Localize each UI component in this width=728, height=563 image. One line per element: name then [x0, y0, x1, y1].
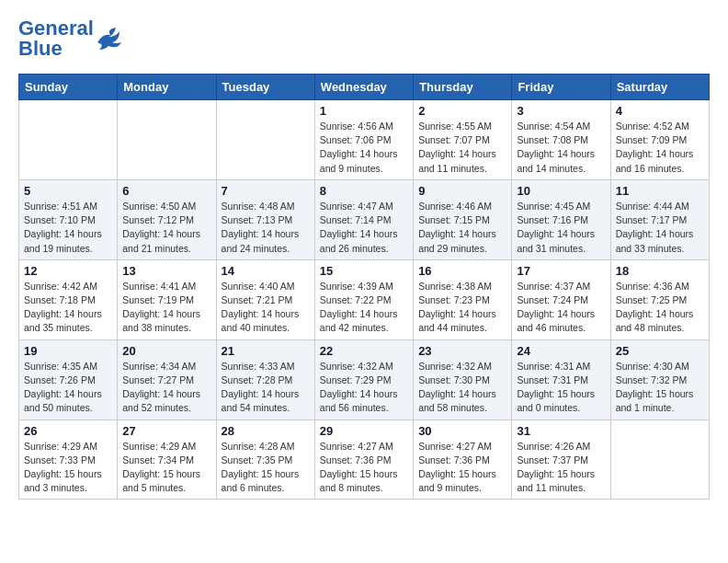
day-info: Sunrise: 4:37 AM Sunset: 7:24 PM Dayligh… — [517, 280, 605, 336]
calendar-cell: 8Sunrise: 4:47 AM Sunset: 7:14 PM Daylig… — [314, 179, 413, 259]
day-number: 31 — [517, 424, 605, 438]
day-number: 7 — [222, 184, 310, 198]
day-number: 21 — [222, 344, 310, 358]
calendar-cell: 19Sunrise: 4:35 AM Sunset: 7:26 PM Dayli… — [19, 339, 118, 419]
day-info: Sunrise: 4:36 AM Sunset: 7:25 PM Dayligh… — [616, 280, 704, 336]
day-number: 11 — [616, 184, 704, 198]
calendar-cell — [610, 419, 709, 500]
day-number: 14 — [222, 264, 310, 278]
calendar-cell — [19, 100, 118, 180]
day-info: Sunrise: 4:27 AM Sunset: 7:36 PM Dayligh… — [418, 440, 506, 496]
calendar-cell: 24Sunrise: 4:31 AM Sunset: 7:31 PM Dayli… — [512, 339, 610, 419]
day-info: Sunrise: 4:47 AM Sunset: 7:14 PM Dayligh… — [320, 200, 408, 256]
calendar-cell: 2Sunrise: 4:55 AM Sunset: 7:07 PM Daylig… — [414, 100, 512, 180]
calendar-week-row: 5Sunrise: 4:51 AM Sunset: 7:10 PM Daylig… — [19, 179, 710, 259]
calendar-day-header: Tuesday — [216, 75, 314, 100]
calendar-cell: 14Sunrise: 4:40 AM Sunset: 7:21 PM Dayli… — [216, 259, 314, 339]
day-number: 30 — [418, 424, 506, 438]
calendar-cell: 23Sunrise: 4:32 AM Sunset: 7:30 PM Dayli… — [414, 339, 512, 419]
calendar-week-row: 12Sunrise: 4:42 AM Sunset: 7:18 PM Dayli… — [19, 259, 710, 339]
day-info: Sunrise: 4:26 AM Sunset: 7:37 PM Dayligh… — [517, 440, 605, 496]
page-header: General Blue — [18, 18, 710, 59]
day-number: 16 — [418, 264, 506, 278]
calendar-cell: 28Sunrise: 4:28 AM Sunset: 7:35 PM Dayli… — [216, 419, 314, 500]
calendar-cell — [216, 100, 314, 180]
calendar-day-header: Friday — [512, 75, 610, 100]
day-info: Sunrise: 4:44 AM Sunset: 7:17 PM Dayligh… — [616, 200, 704, 256]
day-number: 5 — [24, 184, 112, 198]
day-info: Sunrise: 4:32 AM Sunset: 7:29 PM Dayligh… — [320, 360, 408, 416]
day-number: 18 — [616, 264, 704, 278]
day-info: Sunrise: 4:51 AM Sunset: 7:10 PM Dayligh… — [24, 200, 112, 256]
calendar-cell: 30Sunrise: 4:27 AM Sunset: 7:36 PM Dayli… — [414, 419, 512, 500]
day-number: 24 — [517, 344, 605, 358]
day-number: 10 — [517, 184, 605, 198]
day-number: 28 — [222, 424, 310, 438]
logo: General Blue — [18, 18, 123, 59]
day-info: Sunrise: 4:35 AM Sunset: 7:26 PM Dayligh… — [24, 360, 112, 416]
calendar-cell: 16Sunrise: 4:38 AM Sunset: 7:23 PM Dayli… — [414, 259, 512, 339]
calendar-cell: 11Sunrise: 4:44 AM Sunset: 7:17 PM Dayli… — [610, 179, 709, 259]
day-number: 13 — [122, 264, 210, 278]
day-number: 6 — [122, 184, 210, 198]
day-info: Sunrise: 4:45 AM Sunset: 7:16 PM Dayligh… — [517, 200, 605, 256]
day-number: 4 — [616, 104, 704, 118]
day-info: Sunrise: 4:52 AM Sunset: 7:09 PM Dayligh… — [616, 120, 704, 176]
day-info: Sunrise: 4:31 AM Sunset: 7:31 PM Dayligh… — [517, 360, 605, 416]
day-info: Sunrise: 4:40 AM Sunset: 7:21 PM Dayligh… — [222, 280, 310, 336]
day-info: Sunrise: 4:42 AM Sunset: 7:18 PM Dayligh… — [24, 280, 112, 336]
day-number: 29 — [320, 424, 408, 438]
calendar-cell: 20Sunrise: 4:34 AM Sunset: 7:27 PM Dayli… — [118, 339, 216, 419]
day-number: 15 — [320, 264, 408, 278]
day-number: 17 — [517, 264, 605, 278]
day-number: 26 — [24, 424, 112, 438]
day-info: Sunrise: 4:28 AM Sunset: 7:35 PM Dayligh… — [222, 440, 310, 496]
calendar-cell: 13Sunrise: 4:41 AM Sunset: 7:19 PM Dayli… — [118, 259, 216, 339]
day-number: 20 — [122, 344, 210, 358]
calendar-cell: 9Sunrise: 4:46 AM Sunset: 7:15 PM Daylig… — [414, 179, 512, 259]
day-number: 9 — [418, 184, 506, 198]
calendar-week-row: 19Sunrise: 4:35 AM Sunset: 7:26 PM Dayli… — [19, 339, 710, 419]
calendar-cell: 29Sunrise: 4:27 AM Sunset: 7:36 PM Dayli… — [314, 419, 413, 500]
logo-text: General Blue — [18, 18, 94, 59]
day-number: 19 — [24, 344, 112, 358]
calendar-cell: 27Sunrise: 4:29 AM Sunset: 7:34 PM Dayli… — [118, 419, 216, 500]
day-info: Sunrise: 4:54 AM Sunset: 7:08 PM Dayligh… — [517, 120, 605, 176]
day-info: Sunrise: 4:30 AM Sunset: 7:32 PM Dayligh… — [616, 360, 704, 416]
day-info: Sunrise: 4:32 AM Sunset: 7:30 PM Dayligh… — [418, 360, 506, 416]
calendar-week-row: 26Sunrise: 4:29 AM Sunset: 7:33 PM Dayli… — [19, 419, 710, 500]
calendar-cell: 4Sunrise: 4:52 AM Sunset: 7:09 PM Daylig… — [610, 100, 709, 180]
calendar-day-header: Saturday — [610, 75, 709, 100]
day-number: 27 — [122, 424, 210, 438]
calendar-cell: 7Sunrise: 4:48 AM Sunset: 7:13 PM Daylig… — [216, 179, 314, 259]
calendar-cell — [118, 100, 216, 180]
day-info: Sunrise: 4:38 AM Sunset: 7:23 PM Dayligh… — [418, 280, 506, 336]
day-info: Sunrise: 4:56 AM Sunset: 7:06 PM Dayligh… — [320, 120, 408, 176]
day-number: 1 — [320, 104, 408, 118]
logo-bird-icon — [96, 26, 123, 52]
calendar-cell: 10Sunrise: 4:45 AM Sunset: 7:16 PM Dayli… — [512, 179, 610, 259]
day-number: 25 — [616, 344, 704, 358]
calendar-cell: 3Sunrise: 4:54 AM Sunset: 7:08 PM Daylig… — [512, 100, 610, 180]
day-info: Sunrise: 4:29 AM Sunset: 7:34 PM Dayligh… — [122, 440, 210, 496]
calendar-table: SundayMondayTuesdayWednesdayThursdayFrid… — [18, 74, 710, 500]
calendar-day-header: Sunday — [19, 75, 118, 100]
calendar-cell: 12Sunrise: 4:42 AM Sunset: 7:18 PM Dayli… — [19, 259, 118, 339]
calendar-cell: 31Sunrise: 4:26 AM Sunset: 7:37 PM Dayli… — [512, 419, 610, 500]
calendar-cell: 22Sunrise: 4:32 AM Sunset: 7:29 PM Dayli… — [314, 339, 413, 419]
day-info: Sunrise: 4:39 AM Sunset: 7:22 PM Dayligh… — [320, 280, 408, 336]
calendar-cell: 25Sunrise: 4:30 AM Sunset: 7:32 PM Dayli… — [610, 339, 709, 419]
day-number: 2 — [418, 104, 506, 118]
day-info: Sunrise: 4:27 AM Sunset: 7:36 PM Dayligh… — [320, 440, 408, 496]
day-info: Sunrise: 4:33 AM Sunset: 7:28 PM Dayligh… — [222, 360, 310, 416]
calendar-week-row: 1Sunrise: 4:56 AM Sunset: 7:06 PM Daylig… — [19, 100, 710, 180]
calendar-cell: 1Sunrise: 4:56 AM Sunset: 7:06 PM Daylig… — [314, 100, 413, 180]
day-info: Sunrise: 4:55 AM Sunset: 7:07 PM Dayligh… — [418, 120, 506, 176]
day-number: 22 — [320, 344, 408, 358]
day-info: Sunrise: 4:48 AM Sunset: 7:13 PM Dayligh… — [222, 200, 310, 256]
calendar-cell: 18Sunrise: 4:36 AM Sunset: 7:25 PM Dayli… — [610, 259, 709, 339]
calendar-cell: 17Sunrise: 4:37 AM Sunset: 7:24 PM Dayli… — [512, 259, 610, 339]
day-info: Sunrise: 4:41 AM Sunset: 7:19 PM Dayligh… — [122, 280, 210, 336]
calendar-cell: 15Sunrise: 4:39 AM Sunset: 7:22 PM Dayli… — [314, 259, 413, 339]
calendar-day-header: Monday — [118, 75, 216, 100]
